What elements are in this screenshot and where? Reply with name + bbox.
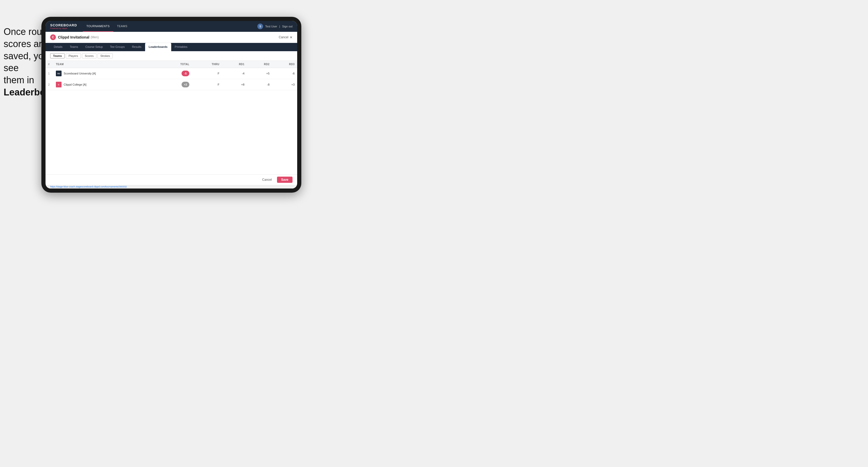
cell-rd1: +8 — [222, 79, 247, 90]
col-team: TEAM — [53, 61, 159, 68]
col-rd3: RD3 — [272, 61, 297, 68]
filter-scores[interactable]: Scores — [82, 53, 96, 58]
cell-total: +3 — [159, 79, 192, 90]
cell-team: SU Scoreboard University [A] — [53, 68, 159, 79]
cell-team: C Clippd College [A] — [53, 79, 159, 90]
nav-teams[interactable]: TEAMS — [113, 21, 131, 32]
top-nav: SCOREBOARD Powered by clippd TOURNAMENTS… — [45, 21, 297, 32]
tournament-header: C Clippd Invitational (Men) Cancel ✕ — [45, 32, 297, 43]
tablet-screen: SCOREBOARD Powered by clippd TOURNAMENTS… — [45, 21, 297, 188]
leaderboard-table-container: # TEAM TOTAL THRU RD1 RD2 RD3 1 SU Score… — [45, 61, 297, 174]
cell-total: -5 — [159, 68, 192, 79]
tab-tee-groups[interactable]: Tee Groups — [106, 43, 128, 51]
brand-title: SCOREBOARD — [50, 24, 77, 27]
score-badge: -5 — [182, 71, 189, 76]
user-avatar: S — [257, 24, 263, 29]
tab-details[interactable]: Details — [50, 43, 66, 51]
tab-results[interactable]: Results — [128, 43, 145, 51]
filter-row: Teams Players Scores Strokes — [45, 51, 297, 61]
tab-printables[interactable]: Printables — [171, 43, 191, 51]
sign-out-link[interactable]: Sign out — [282, 25, 292, 28]
col-rd1: RD1 — [222, 61, 247, 68]
close-icon: ✕ — [290, 35, 292, 39]
nav-tournaments[interactable]: TOURNAMENTS — [83, 21, 113, 32]
filter-teams[interactable]: Teams — [50, 53, 65, 58]
tab-leaderboards[interactable]: Leaderboards — [145, 43, 171, 51]
tournament-icon: C — [50, 34, 56, 40]
cell-rd2: -8 — [247, 79, 272, 90]
col-rd2: RD2 — [247, 61, 272, 68]
cell-rd1: -4 — [222, 68, 247, 79]
table-row: 1 SU Scoreboard University [A] -5 F -4 +… — [45, 68, 297, 79]
url-bar: https://stage-blue-coach.stagescoreboard… — [45, 185, 297, 188]
team-name: Scoreboard University [A] — [64, 72, 96, 75]
cancel-top-button[interactable]: Cancel ✕ — [279, 35, 292, 39]
url-text: https://stage-blue-coach.stagescoreboard… — [50, 185, 127, 188]
col-rank: # — [45, 61, 53, 68]
cell-rank: 2 — [45, 79, 53, 90]
score-badge: +3 — [182, 82, 189, 87]
col-thru: THRU — [192, 61, 222, 68]
tab-teams[interactable]: Teams — [66, 43, 82, 51]
footer: Cancel Save — [45, 174, 297, 185]
col-total: TOTAL — [159, 61, 192, 68]
cell-rd2: +5 — [247, 68, 272, 79]
cell-rank: 1 — [45, 68, 53, 79]
leaderboard-table: # TEAM TOTAL THRU RD1 RD2 RD3 1 SU Score… — [45, 61, 297, 90]
cell-thru: F — [192, 79, 222, 90]
user-name: Test User — [265, 25, 277, 28]
team-cell: SU Scoreboard University [A] — [56, 71, 156, 76]
filter-players[interactable]: Players — [66, 53, 81, 58]
tournament-gender: (Men) — [91, 35, 98, 39]
cell-rd3: -6 — [272, 68, 297, 79]
filter-strokes[interactable]: Strokes — [97, 53, 113, 58]
team-logo: SU — [56, 71, 62, 76]
tournament-name: Clippd Invitational — [58, 35, 89, 39]
annotation-line4: them in — [4, 75, 34, 85]
brand-logo: SCOREBOARD Powered by clippd — [50, 24, 77, 29]
annotation-line2: scores are — [4, 38, 47, 49]
table-header-row: # TEAM TOTAL THRU RD1 RD2 RD3 — [45, 61, 297, 68]
tablet-frame: SCOREBOARD Powered by clippd TOURNAMENTS… — [41, 17, 301, 193]
tab-course-setup[interactable]: Course Setup — [82, 43, 106, 51]
nav-links: TOURNAMENTS TEAMS — [83, 21, 257, 32]
brand-subtitle: Powered by clippd — [50, 27, 77, 29]
tab-bar: Details Teams Course Setup Tee Groups Re… — [45, 43, 297, 51]
table-row: 2 C Clippd College [A] +3 F +8 -8 +3 — [45, 79, 297, 90]
cell-thru: F — [192, 68, 222, 79]
cancel-button[interactable]: Cancel — [259, 177, 275, 183]
cell-rd3: +3 — [272, 79, 297, 90]
team-name: Clippd College [A] — [64, 83, 86, 86]
team-logo: C — [56, 82, 62, 87]
save-button[interactable]: Save — [277, 177, 292, 183]
nav-separator: | — [279, 25, 280, 28]
nav-right: S Test User | Sign out — [257, 24, 292, 29]
team-cell: C Clippd College [A] — [56, 82, 156, 87]
